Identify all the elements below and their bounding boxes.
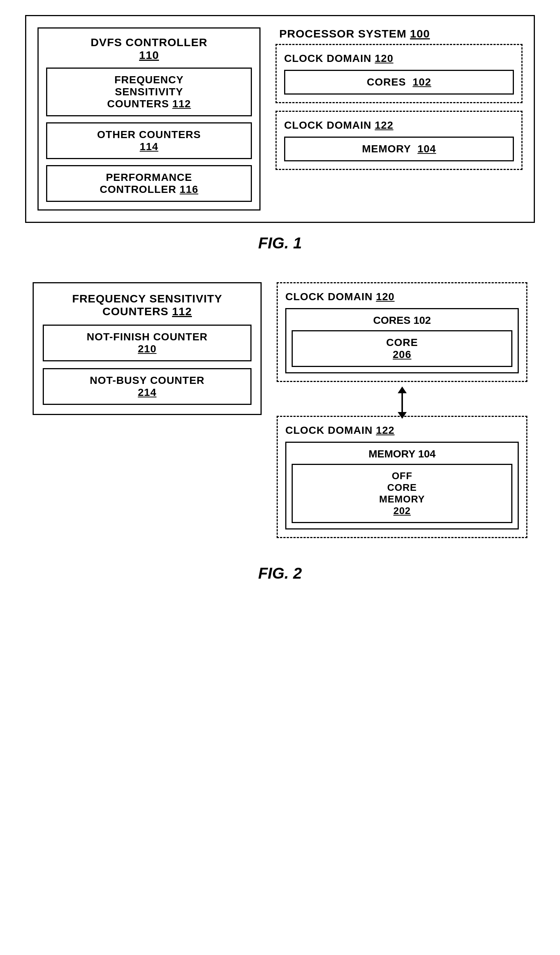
- dvfs-ref: 110: [139, 49, 159, 61]
- fig2-right: CLOCK DOMAIN 120 CORES 102 CORE206: [277, 282, 527, 546]
- not-busy-ref: 214: [138, 387, 157, 398]
- cores-102-wrapper: CORES 102 CORE206: [285, 308, 519, 373]
- fig2-memory-ref: 104: [418, 448, 435, 460]
- memory-ref: 104: [418, 143, 436, 155]
- freq-sensitivity-box: FREQUENCYSENSITIVITYCOUNTERS 112: [46, 67, 252, 116]
- fsc-title: FREQUENCY SENSITIVITYCOUNTERS 112: [43, 292, 251, 318]
- perf-controller-ref: 116: [179, 183, 198, 195]
- fig1-diagram: DVFS CONTROLLER 110 FREQUENCYSENSITIVITY…: [25, 15, 535, 223]
- fig2-clock-domain-1: CLOCK DOMAIN 120 CORES 102 CORE206: [277, 282, 527, 382]
- processor-system: PROCESSOR SYSTEM 100 CLOCK DOMAIN 120 CO…: [276, 27, 523, 210]
- ps-title-ref: 100: [410, 27, 430, 40]
- clock-domain-1-title: CLOCK DOMAIN 120: [284, 53, 514, 64]
- memory-box: MEMORY 104: [284, 136, 514, 161]
- cores-box: CORES 102: [284, 70, 514, 95]
- fig2-clock-domain-2: CLOCK DOMAIN 122 MEMORY 104 OFFCOREMEMOR…: [277, 416, 527, 538]
- figure-2: FREQUENCY SENSITIVITYCOUNTERS 112 NOT-FI…: [22, 275, 538, 582]
- memory-104-wrapper: MEMORY 104 OFFCOREMEMORY202: [285, 441, 519, 529]
- clock-domain-2-box: CLOCK DOMAIN 122 MEMORY 104: [276, 111, 523, 170]
- arrowhead-down: [398, 412, 407, 419]
- fig2-cd1-ref: 120: [376, 291, 395, 302]
- core-206-ref: 206: [393, 349, 412, 360]
- not-finish-box: NOT-FINISH COUNTER210: [43, 325, 251, 362]
- ps-title: PROCESSOR SYSTEM 100: [276, 27, 523, 40]
- fig2-cd2-title: CLOCK DOMAIN 122: [285, 424, 519, 437]
- arrow-line: [401, 393, 403, 412]
- clock-domain-1-ref: 120: [375, 53, 393, 64]
- not-busy-box: NOT-BUSY COUNTER214: [43, 368, 251, 405]
- off-core-ref: 202: [393, 505, 410, 516]
- fig2-diagram: FREQUENCY SENSITIVITYCOUNTERS 112 NOT-FI…: [25, 275, 535, 553]
- clock-domain-1-box: CLOCK DOMAIN 120 CORES 102: [276, 44, 523, 103]
- other-counters-ref: 114: [140, 141, 159, 152]
- fsc-title-ref: 112: [172, 305, 192, 318]
- fig2-cores-label: CORES 102: [292, 315, 512, 326]
- clock-domain-2-title: CLOCK DOMAIN 122: [284, 119, 514, 132]
- not-finish-ref: 210: [138, 343, 157, 355]
- perf-controller-box: PERFORMANCECONTROLLER 116: [46, 165, 252, 202]
- figure-1: DVFS CONTROLLER 110 FREQUENCYSENSITIVITY…: [22, 15, 538, 252]
- fig1-caption: FIG. 1: [258, 234, 302, 252]
- freq-sensitivity-ref: 112: [172, 98, 191, 110]
- fig2-cd2-ref: 122: [376, 424, 395, 436]
- arrow-area: [277, 390, 527, 416]
- arrow-up: [398, 387, 407, 419]
- fig2-cores-ref: 102: [413, 315, 431, 326]
- core-206-box: CORE206: [292, 330, 512, 367]
- fig2-memory-label: MEMORY 104: [292, 448, 512, 460]
- other-counters-box: OTHER COUNTERS114: [46, 122, 252, 159]
- dvfs-controller-box: DVFS CONTROLLER 110 FREQUENCYSENSITIVITY…: [37, 27, 261, 210]
- arrowhead-up: [398, 387, 407, 393]
- cores-ref: 102: [413, 76, 431, 88]
- fig2-cd1-title: CLOCK DOMAIN 120: [285, 291, 519, 303]
- fsc-outer-box: FREQUENCY SENSITIVITYCOUNTERS 112 NOT-FI…: [33, 282, 262, 415]
- dvfs-title: DVFS CONTROLLER 110: [46, 36, 252, 61]
- off-core-memory-box: OFFCOREMEMORY202: [292, 464, 512, 523]
- clock-domain-2-ref: 122: [375, 119, 393, 131]
- fig2-caption: FIG. 2: [258, 564, 302, 582]
